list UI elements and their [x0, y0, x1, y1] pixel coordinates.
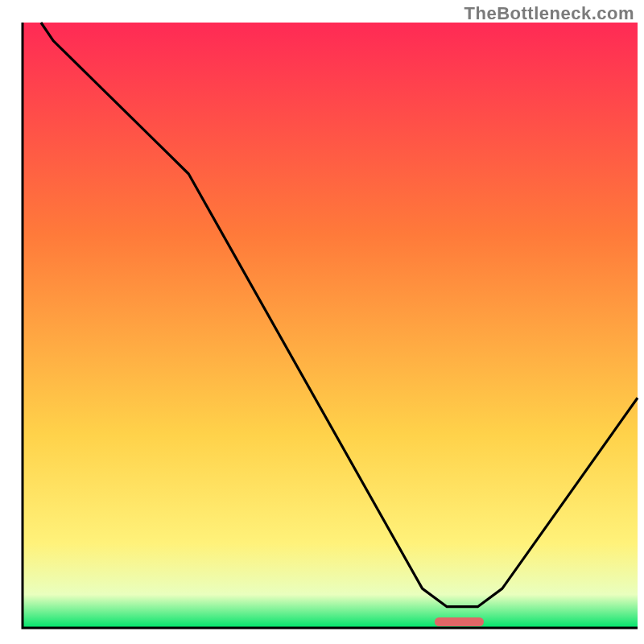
optimal-marker: [435, 617, 484, 626]
chart-background: [23, 23, 638, 628]
chart-container: TheBottleneck.com: [0, 0, 644, 644]
watermark-text: TheBottleneck.com: [464, 3, 634, 24]
bottleneck-chart: [0, 0, 644, 644]
